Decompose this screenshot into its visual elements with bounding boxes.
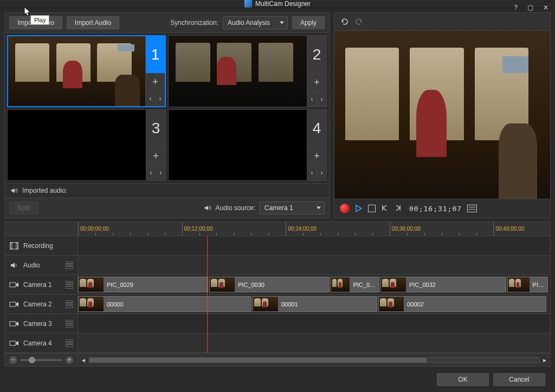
record-button[interactable] <box>340 204 350 213</box>
close-button[interactable]: ✕ <box>541 4 551 11</box>
camera-add-1[interactable]: + <box>146 74 165 91</box>
camera-add-3[interactable]: + <box>146 148 165 165</box>
scrollbar-thumb[interactable] <box>89 358 427 362</box>
display-options-button[interactable] <box>467 205 477 212</box>
import-audio-button[interactable]: Import Audio <box>67 16 119 29</box>
dialog-footer: OK Cancel <box>4 370 551 389</box>
track-head-recording[interactable]: Recording <box>5 236 78 256</box>
ruler-tick: 00;48;00;00 <box>493 222 524 236</box>
track-row-recording[interactable] <box>78 236 550 256</box>
svg-rect-2 <box>16 243 18 249</box>
window-title: MultiCam Designer <box>255 0 311 8</box>
track-label: Camera 1 <box>23 281 61 289</box>
clip-thumbnail <box>379 297 404 311</box>
titlebar: MultiCam Designer ? ▢ ✕ <box>0 0 555 8</box>
track-head-camera1[interactable]: Camera 1 <box>5 275 78 295</box>
ruler-tick: 00;24;00;00 <box>286 222 317 236</box>
camera-cell-4[interactable]: 4 + ‹ › <box>168 109 327 181</box>
zoom-out-button[interactable]: − <box>9 356 17 364</box>
track-head-camera2[interactable]: Camera 2 <box>5 295 78 314</box>
sync-label: Synchronization: <box>170 19 218 27</box>
imported-audio-row: Imported audio: <box>5 183 329 198</box>
clip-label: PIC_0030 <box>235 282 268 288</box>
track-row-camera1[interactable]: PIC_0029PIC_0030PIC_0…PIC_0032PI… <box>78 275 550 295</box>
camera-number-3[interactable]: 3 <box>146 110 165 148</box>
track-head-audio[interactable]: Audio <box>5 256 78 275</box>
camera-add-4[interactable]: + <box>307 148 326 165</box>
sync-method-dropdown[interactable]: Audio Analysis <box>223 16 288 29</box>
next-frame-button[interactable] <box>394 204 402 213</box>
track-label: Camera 2 <box>23 300 61 308</box>
track-options-button[interactable] <box>66 281 73 289</box>
clip[interactable]: PIC_0029 <box>78 277 208 292</box>
camera-icon <box>9 282 19 288</box>
track-head-camera3[interactable]: Camera 3 <box>5 314 78 334</box>
camera-prev-3[interactable]: ‹ <box>146 165 156 180</box>
cancel-button[interactable]: Cancel <box>493 373 545 386</box>
clip-thumbnail <box>79 297 104 311</box>
camera-cell-3[interactable]: 3 + ‹ › <box>7 109 166 181</box>
help-button[interactable]: ? <box>512 4 520 11</box>
import-video-button[interactable]: Import Video <box>9 16 62 29</box>
film-icon <box>9 242 19 250</box>
clip[interactable]: PI… <box>507 277 548 292</box>
track-options-button[interactable] <box>66 320 73 328</box>
clip-label: PIC_0029 <box>104 282 137 288</box>
camera-prev-2[interactable]: ‹ <box>307 92 317 107</box>
camera-next-1[interactable]: › <box>155 91 165 106</box>
camera-number-1[interactable]: 1 <box>146 36 165 74</box>
camera-number-4[interactable]: 4 <box>307 110 326 148</box>
timeline-scrollbar[interactable]: ◂ ▸ <box>78 356 550 364</box>
track-head-camera4[interactable]: Camera 4 <box>5 334 78 353</box>
undo-button[interactable] <box>339 16 350 27</box>
camera-next-2[interactable]: › <box>317 92 326 107</box>
zoom-controls: − + <box>5 354 78 366</box>
clip[interactable]: 00000 <box>78 296 251 312</box>
track-label: Recording <box>23 242 61 250</box>
clip-thumbnail <box>508 277 530 292</box>
clip-label: PIC_0032 <box>406 282 439 288</box>
redo-button[interactable] <box>354 16 365 27</box>
camera-cell-1[interactable]: 1 + ‹ › <box>7 35 166 107</box>
apply-button[interactable]: Apply <box>292 16 325 29</box>
track-options-button[interactable] <box>66 300 73 308</box>
speaker-icon <box>204 204 211 212</box>
zoom-slider[interactable] <box>20 359 62 361</box>
clip[interactable]: PIC_0… <box>331 277 379 292</box>
camera-thumb-2 <box>169 36 307 107</box>
scroll-left-button[interactable]: ◂ <box>80 356 87 364</box>
play-button[interactable] <box>355 204 363 213</box>
track-row-audio[interactable] <box>78 256 550 275</box>
camera-next-4[interactable]: › <box>317 165 326 180</box>
camera-prev-1[interactable]: ‹ <box>146 91 155 106</box>
clip-label: 00000 <box>104 301 127 308</box>
camera-thumb-4 <box>169 110 307 181</box>
track-label: Camera 3 <box>23 320 61 328</box>
ok-button[interactable]: OK <box>437 373 489 386</box>
prev-frame-button[interactable] <box>381 204 389 213</box>
track-row-camera4[interactable] <box>78 334 550 353</box>
track-options-button[interactable] <box>66 262 73 269</box>
camera-add-2[interactable]: + <box>307 74 326 92</box>
timeline-ruler[interactable]: 00;00;00;0000;12;00;0000;24;00;0000;36;0… <box>78 222 550 236</box>
track-row-camera3[interactable] <box>78 314 550 334</box>
scroll-right-button[interactable]: ▸ <box>541 356 548 364</box>
camera-prev-4[interactable]: ‹ <box>307 165 317 180</box>
clip-thumbnail <box>79 277 104 292</box>
clip[interactable]: 00002 <box>378 296 546 312</box>
camera-cell-2[interactable]: 2 + ‹ › <box>168 35 327 107</box>
track-row-camera2[interactable]: 000000000100002 <box>78 295 550 314</box>
clip-thumbnail <box>381 277 406 292</box>
clip[interactable]: PIC_0032 <box>380 277 506 292</box>
camera-next-3[interactable]: › <box>156 165 165 180</box>
zoom-in-button[interactable]: + <box>66 356 73 364</box>
clip[interactable]: PIC_0030 <box>209 277 330 292</box>
stop-button[interactable] <box>368 205 376 212</box>
track-options-button[interactable] <box>66 339 73 347</box>
zoom-slider-handle[interactable] <box>29 357 35 363</box>
clip[interactable]: 00001 <box>253 296 377 312</box>
audio-source-dropdown[interactable]: Camera 1 <box>260 201 325 214</box>
split-button[interactable]: Split <box>9 201 38 214</box>
camera-number-2[interactable]: 2 <box>307 36 326 74</box>
maximize-button[interactable]: ▢ <box>525 4 535 11</box>
